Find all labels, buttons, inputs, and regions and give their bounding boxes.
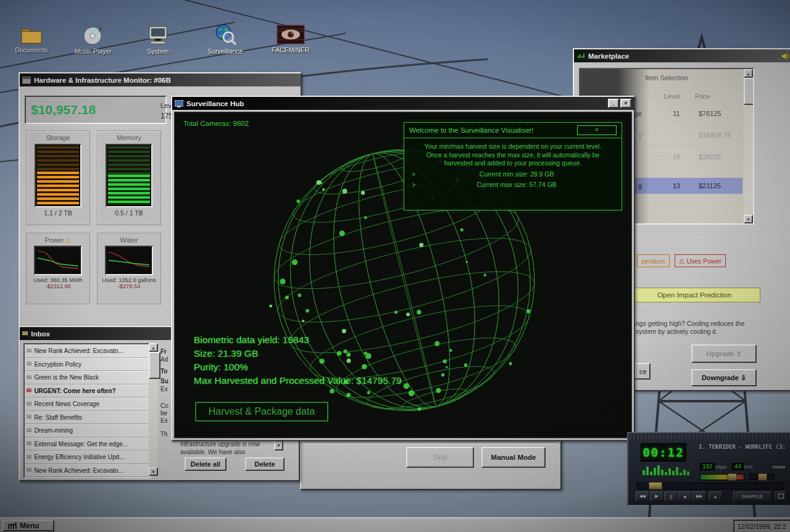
envelope-icon: ✉	[27, 348, 31, 354]
email-list-item[interactable]: ✉New Rank Achieved: Excavato...	[25, 464, 150, 478]
item-level: 11	[659, 110, 694, 117]
item-price: $15918.75	[699, 131, 731, 139]
email-list-item[interactable]: ✉Recent News Coverage	[25, 397, 150, 411]
detail-fragment: Fr	[160, 348, 167, 355]
window-title: Surveillance Hub	[186, 100, 244, 107]
memory-label: Memory	[98, 134, 160, 141]
partial-button[interactable]: ce	[634, 363, 651, 380]
storage-meter	[35, 144, 81, 207]
volume-slider[interactable]	[700, 474, 744, 480]
seek-bar[interactable]	[637, 483, 784, 489]
play-button[interactable]: ▶	[650, 491, 663, 501]
desktop-icon-music-player[interactable]: ♪ Music Player	[67, 25, 120, 55]
desktop-icon-system[interactable]: System	[131, 25, 185, 55]
samplerate-unit: kHz	[744, 464, 753, 470]
next-button[interactable]: ▶▶	[692, 491, 706, 501]
downgrade-button[interactable]: Downgrade ⇩	[691, 369, 757, 386]
item-price: $28225	[699, 153, 721, 160]
item-price: $21125	[699, 182, 721, 189]
envelope-icon: ✉	[27, 428, 31, 434]
scrollbar-thumb[interactable]	[744, 78, 754, 105]
desktop-icon-surveillance[interactable]: Surveillance	[199, 23, 252, 55]
badge-label: perature	[641, 257, 665, 265]
max-value-text: Max Harvested and Processed Value: $1479…	[194, 374, 402, 388]
power-label: Power	[44, 236, 64, 244]
item-list-scrollbar[interactable]: ▲ ▼	[744, 69, 753, 223]
message-scroll-down-icon[interactable]: ▼	[274, 440, 283, 451]
computer-icon	[147, 25, 169, 46]
delete-button[interactable]: Delete	[245, 457, 285, 471]
level-label-fragment: Lev	[160, 102, 172, 109]
close-button[interactable]: ×	[620, 99, 631, 108]
pause-button[interactable]: ||	[664, 491, 678, 501]
storage-label: Storage	[27, 134, 89, 141]
item-price: $76125	[699, 110, 721, 117]
email-list: ✉New Rank Achieved: Excavato... ✉Encrypt…	[23, 343, 151, 478]
manual-mode-button[interactable]: Manual Mode	[481, 447, 546, 468]
minimize-button[interactable]: _	[608, 99, 619, 108]
volume-knob[interactable]	[728, 473, 737, 481]
balance-display: $10,957.18	[25, 96, 167, 124]
scroll-up-icon[interactable]: ▲	[149, 343, 158, 352]
player-titlebar[interactable]	[630, 434, 790, 439]
email-list-scrollbar[interactable]: ▲ ▼	[149, 343, 158, 476]
marketplace-titlebar[interactable]: Marketplace	[574, 49, 790, 62]
speaker-icon[interactable]	[781, 52, 790, 60]
eject-button[interactable]: ▲	[709, 491, 722, 501]
icon-label: Surveillance	[199, 48, 252, 55]
biometric-yield-text: Biometric data yield: 15843	[194, 333, 402, 347]
eye-icon	[276, 25, 305, 44]
detail-fragment: To	[160, 368, 167, 375]
water-usage-panel: Water Used: 1352.0 gallons -$278.54	[97, 233, 161, 304]
storage-value: 1.1 / 2 TB	[27, 209, 89, 217]
email-list-item[interactable]: ✉New Rank Achieved: Excavato...	[25, 344, 150, 358]
email-list-item-urgent[interactable]: ✉URGENT: Come here often?	[25, 384, 150, 398]
email-list-item-urgent[interactable]: ✉URGENT: High Electricity Usage	[25, 477, 150, 478]
max-size-text: Current max size: 57.74 GB	[415, 181, 618, 189]
previous-button[interactable]: ◀◀	[636, 491, 649, 501]
envelope-icon: ✉	[27, 388, 31, 394]
water-used-text: Used: 1352.0 gallons	[98, 277, 160, 283]
stop-button[interactable]: ■	[678, 491, 692, 501]
desktop-icon-faceminer[interactable]: FACEMINER	[264, 25, 317, 54]
scrollbar-thumb[interactable]	[149, 352, 160, 379]
detail-fragment: Th	[160, 431, 168, 438]
item-level: 15	[659, 153, 694, 160]
window-title: Hardware & Infrastructure Monitor: #06B	[34, 77, 171, 84]
warning-icon: ⚠	[66, 237, 72, 244]
surveillance-viewport: Total Cameras: 9602 Welcome to the Surve…	[174, 112, 632, 438]
desktop-icon-documents[interactable]: Documents	[5, 25, 58, 54]
menu-button[interactable]: Menu	[2, 520, 54, 531]
surveillance-hub-titlebar[interactable]: Surveillance Hub _ ×	[172, 97, 634, 110]
welcome-close-button[interactable]: ×	[577, 125, 617, 135]
harvest-package-button[interactable]: Harvest & Package data	[195, 402, 328, 422]
seek-knob[interactable]	[649, 482, 662, 489]
bitrate-unit: kbps	[716, 464, 726, 470]
email-list-item[interactable]: ✉Dream-mining	[25, 424, 150, 438]
envelope-icon: ✉	[27, 414, 31, 420]
upgrade-button[interactable]: Upgrade ⇧	[691, 344, 757, 363]
scroll-down-icon[interactable]: ▼	[149, 467, 158, 476]
scroll-up-icon[interactable]: ▲	[744, 69, 753, 78]
channel-mode-text: mono	[773, 464, 785, 470]
spectrum-analyzer	[642, 464, 690, 475]
open-impact-prediction-button[interactable]: Open Impact Prediction	[628, 288, 760, 302]
delete-all-button[interactable]: Delete all	[185, 457, 227, 471]
email-list-item[interactable]: ✉Encryption Policy	[25, 358, 150, 372]
playlist-button[interactable]	[775, 491, 786, 501]
marketplace-icon	[576, 52, 585, 59]
email-list-item[interactable]: ✉Green is the New Black	[25, 371, 150, 384]
folder-icon	[20, 25, 43, 44]
email-list-item[interactable]: ✉Energy Efficiency Initiative Upd...	[25, 451, 150, 464]
item-level: 13	[659, 182, 694, 189]
email-list-item[interactable]: ✉External Message: Get the edge...	[25, 438, 150, 451]
shuffle-button[interactable]: SHUFFLE	[733, 491, 771, 501]
balance-knob[interactable]	[758, 473, 767, 481]
hardware-monitor-titlebar[interactable]: Hardware & Infrastructure Monitor: #06B	[20, 73, 301, 86]
balance-slider[interactable]	[749, 474, 774, 480]
envelope-icon: ✉	[27, 467, 31, 473]
scroll-down-icon[interactable]: ▼	[744, 215, 753, 223]
skip-button[interactable]: Skip	[406, 447, 474, 468]
email-list-item[interactable]: ✉Re: Staff Benefits	[25, 411, 150, 425]
up-arrow-icon: ⇧	[736, 350, 741, 357]
